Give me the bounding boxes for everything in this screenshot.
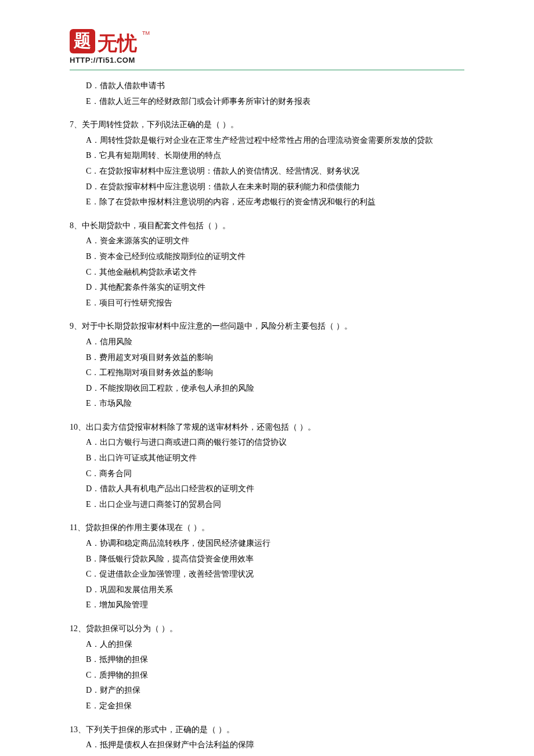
option-text: C．商务合同 xyxy=(86,466,464,482)
question-8: 8、中长期贷款中，项目配套文件包括（ ）。 A．资金来源落实的证明文件 B．资本… xyxy=(70,218,464,311)
option-text: E．市场风险 xyxy=(86,396,464,412)
svg-text:题: 题 xyxy=(73,31,91,50)
option-text: D．财产的担保 xyxy=(86,683,464,699)
option-text: D．借款人借款申请书 xyxy=(86,78,464,94)
option-text: B．抵押物的担保 xyxy=(86,652,464,668)
question-12: 12、贷款担保可以分为（ ）。 A．人的担保 B．抵押物的担保 C．质押物的担保… xyxy=(70,621,464,714)
question-13: 13、下列关于担保的形式中，正确的是（ ）。 A．抵押是债权人在担保财产中合法利… xyxy=(70,722,464,756)
option-text: D．借款人具有机电产品出口经营权的证明文件 xyxy=(86,481,464,497)
header-divider xyxy=(70,70,464,70)
question-stem: 11、贷款担保的作用主要体现在（ ）。 xyxy=(70,520,464,536)
question-10: 10、出口卖方信贷报审材料除了常规的送审材料外，还需包括（ ）。 A．出口方银行… xyxy=(70,420,464,513)
question-9: 9、对于中长期贷款报审材料中应注意的一些问题中，风险分析主要包括（ ）。 A．信… xyxy=(70,319,464,412)
option-text: E．出口企业与进口商签订的贸易合同 xyxy=(86,497,464,513)
logo-icon: 题 无忧 TM HTTP://Ti51.COM xyxy=(70,29,151,65)
option-text: B．它具有短期周转、长期使用的特点 xyxy=(86,148,464,164)
option-text: A．抵押是债权人在担保财产中合法利益的保障 xyxy=(86,737,464,753)
option-text: A．周转性贷款是银行对企业在正常生产经营过程中经常性占用的合理流动资金需要所发放… xyxy=(86,133,464,149)
option-text: B．出口许可证或其他证明文件 xyxy=(86,451,464,466)
option-text: D．其他配套条件落实的证明文件 xyxy=(86,280,464,296)
option-text: E．增加风险管理 xyxy=(86,597,464,613)
option-text: D．巩固和发展信用关系 xyxy=(86,582,464,598)
option-text: A．人的担保 xyxy=(86,637,464,653)
question-stem: 8、中长期贷款中，项目配套文件包括（ ）。 xyxy=(70,218,464,234)
option-text: B．费用超支对项目财务效益的影响 xyxy=(86,350,464,366)
option-text: D．在贷款报审材料中应注意说明：借款人在未来时期的获利能力和偿债能力 xyxy=(86,179,464,195)
option-text: E．项目可行性研究报告 xyxy=(86,296,464,311)
continued-options-block: D．借款人借款申请书 E．借款人近三年的经财政部门或会计师事务所审计的财务报表 xyxy=(86,78,464,109)
question-options: A．信用风险 B．费用超支对项目财务效益的影响 C．工程拖期对项目财务效益的影响… xyxy=(86,334,464,412)
logo-url: HTTP://Ti51.COM xyxy=(70,56,135,64)
option-text: E．除了在贷款申报材料注意说明的内容，还应考虑银行的资金情况和银行的利益 xyxy=(86,195,464,210)
option-text: C．在贷款报审材料中应注意说明：借款人的资信情况、经营情况、财务状况 xyxy=(86,164,464,179)
option-text: A．资金来源落实的证明文件 xyxy=(86,233,464,249)
option-text: A．出口方银行与进口商或进口商的银行签订的信贷协议 xyxy=(86,435,464,451)
option-text: D．不能按期收回工程款，使承包人承担的风险 xyxy=(86,381,464,397)
site-logo: 题 无忧 TM HTTP://Ti51.COM xyxy=(70,29,464,65)
question-stem: 10、出口卖方信贷报审材料除了常规的送审材料外，还需包括（ ）。 xyxy=(70,420,464,435)
question-options: A．抵押是债权人在担保财产中合法利益的保障 B．抵押的一个重要特征是债务人仍保持… xyxy=(86,737,464,756)
option-text: A．信用风险 xyxy=(86,334,464,350)
option-text: B．资本金已经到位或能按期到位的证明文件 xyxy=(86,249,464,265)
question-stem: 12、贷款担保可以分为（ ）。 xyxy=(70,621,464,637)
option-text: C．工程拖期对项目财务效益的影响 xyxy=(86,365,464,381)
option-text: E．定金担保 xyxy=(86,699,464,714)
question-options: A．人的担保 B．抵押物的担保 C．质押物的担保 D．财产的担保 E．定金担保 xyxy=(86,637,464,714)
logo-tm: TM xyxy=(142,30,150,36)
option-text: B．降低银行贷款风险，提高信贷资金使用效率 xyxy=(86,552,464,567)
option-text: C．其他金融机构贷款承诺文件 xyxy=(86,265,464,280)
question-options: A．周转性贷款是银行对企业在正常生产经营过程中经常性占用的合理流动资金需要所发放… xyxy=(86,133,464,210)
question-options: A．出口方银行与进口商或进口商的银行签订的信贷协议 B．出口许可证或其他证明文件… xyxy=(86,435,464,512)
question-11: 11、贷款担保的作用主要体现在（ ）。 A．协调和稳定商品流转秩序，使国民经济健… xyxy=(70,520,464,613)
option-text: A．协调和稳定商品流转秩序，使国民经济健康运行 xyxy=(86,536,464,552)
svg-text:无忧: 无忧 xyxy=(97,32,138,54)
question-options: A．协调和稳定商品流转秩序，使国民经济健康运行 B．降低银行贷款风险，提高信贷资… xyxy=(86,536,464,613)
question-options: A．资金来源落实的证明文件 B．资本金已经到位或能按期到位的证明文件 C．其他金… xyxy=(86,233,464,311)
option-text: C．质押物的担保 xyxy=(86,668,464,683)
option-text: C．促进借款企业加强管理，改善经营管理状况 xyxy=(86,567,464,582)
question-stem: 9、对于中长期贷款报审材料中应注意的一些问题中，风险分析主要包括（ ）。 xyxy=(70,319,464,334)
option-text: E．借款人近三年的经财政部门或会计师事务所审计的财务报表 xyxy=(86,94,464,110)
question-stem: 7、关于周转性贷款，下列说法正确的是（ ）。 xyxy=(70,117,464,133)
option-text: B．抵押的一个重要特征是债务人仍保持对抵押财产的占有权 xyxy=(86,753,464,756)
question-7: 7、关于周转性贷款，下列说法正确的是（ ）。 A．周转性贷款是银行对企业在正常生… xyxy=(70,117,464,210)
question-stem: 13、下列关于担保的形式中，正确的是（ ）。 xyxy=(70,722,464,738)
